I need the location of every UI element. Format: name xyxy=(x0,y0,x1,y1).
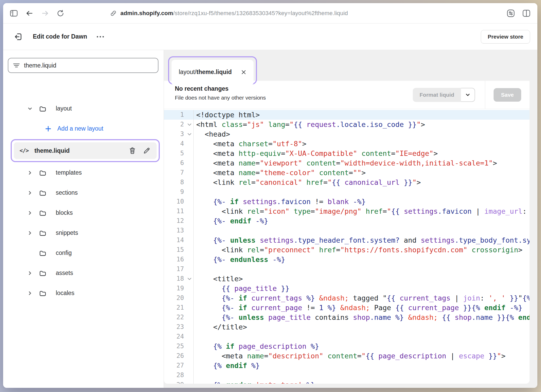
app-header: Edit code for Dawn Preview store xyxy=(3,23,537,50)
chevron-right-icon[interactable] xyxy=(27,170,39,176)
version-subtext: File does not have any other versions xyxy=(175,95,413,101)
rename-file-icon[interactable] xyxy=(143,147,150,154)
file-theme-liquid[interactable]: </> theme.liquid xyxy=(14,142,157,159)
code-line-1[interactable]: 1<!doctype html> xyxy=(164,110,530,120)
chevron-right-icon[interactable] xyxy=(27,290,39,296)
filter-icon xyxy=(13,63,20,68)
chevron-right-icon[interactable] xyxy=(27,230,39,236)
chevron-right-icon[interactable] xyxy=(27,210,39,216)
code-line-22[interactable]: 22 {%- unless page_title contains shop.n… xyxy=(164,313,530,322)
delete-file-icon[interactable] xyxy=(129,147,136,154)
folder-layout[interactable]: layout xyxy=(3,99,164,119)
fold-placeholder xyxy=(186,293,193,303)
code-lines: 1<!doctype html>2<html class="js" lang="… xyxy=(164,110,530,384)
code-line-21[interactable]: 21 {%- if current_page != 1 %} &ndash; P… xyxy=(164,303,530,313)
folder-icon xyxy=(39,189,56,196)
exit-icon[interactable] xyxy=(14,32,23,41)
page-settings-icon[interactable] xyxy=(507,9,515,17)
address-bar[interactable]: admin.shopify.com/store/rzq1xu-f5/themes… xyxy=(110,10,501,17)
code-line-29[interactable]: 29 {% render 'meta-tags' %} xyxy=(164,380,530,384)
folder-sections[interactable]: sections xyxy=(3,183,164,203)
code-line-10[interactable]: 10 {%- if settings.favicon != blank -%} xyxy=(164,197,530,206)
line-number: 1 xyxy=(164,110,186,120)
code-text: {%- endunless -%} xyxy=(194,255,530,264)
code-line-16[interactable]: 16 {%- endunless -%} xyxy=(164,255,530,264)
code-line-5[interactable]: 5 <meta http-equiv="X-UA-Compatible" con… xyxy=(164,149,530,158)
code-text xyxy=(194,332,530,341)
folder-blocks[interactable]: blocks xyxy=(3,203,164,223)
code-line-27[interactable]: 27 {% endif %} xyxy=(164,361,530,370)
code-line-15[interactable]: 15 <link rel="preconnect" href="https://… xyxy=(164,245,530,255)
code-text xyxy=(194,370,530,380)
folder-templates[interactable]: templates xyxy=(3,163,164,183)
chevron-right-icon[interactable] xyxy=(27,190,39,196)
code-line-4[interactable]: 4 <meta charset="utf-8"> xyxy=(164,139,530,149)
line-gutter: 6 xyxy=(164,158,194,168)
more-actions-icon[interactable] xyxy=(96,35,105,38)
code-line-18[interactable]: 18 <title> xyxy=(164,274,530,284)
folder-config[interactable]: config xyxy=(3,243,164,263)
folder-snippets[interactable]: snippets xyxy=(3,223,164,243)
fold-chevron-icon[interactable] xyxy=(186,129,193,139)
chevron-down-icon[interactable] xyxy=(27,106,39,112)
code-line-17[interactable]: 17 xyxy=(164,264,530,274)
selected-file-label: theme.liquid xyxy=(34,147,124,154)
code-file-icon: </> xyxy=(20,148,29,154)
chevron-right-icon[interactable] xyxy=(27,270,39,276)
save-button[interactable]: Save xyxy=(494,88,521,102)
code-text: <meta name="theme-color" content=""> xyxy=(194,168,530,177)
code-text: {% render 'meta-tags' %} xyxy=(194,380,530,384)
folder-icon xyxy=(39,169,56,176)
code-line-13[interactable]: 13 xyxy=(164,226,530,235)
back-icon[interactable] xyxy=(26,10,33,17)
fold-placeholder xyxy=(186,206,193,216)
format-liquid-button[interactable]: Format liquid xyxy=(413,88,461,102)
code-line-9[interactable]: 9 xyxy=(164,187,530,197)
tab-theme-liquid[interactable]: layout/theme.liquid xyxy=(171,60,254,84)
line-gutter: 12 xyxy=(164,216,194,226)
close-tab-icon[interactable] xyxy=(241,70,246,75)
sidebar-toggle-icon[interactable] xyxy=(10,10,18,17)
split-view-icon[interactable] xyxy=(522,9,531,17)
line-number: 3 xyxy=(164,129,186,139)
code-line-2[interactable]: 2<html class="js" lang="{{ request.local… xyxy=(164,120,530,129)
fold-placeholder xyxy=(186,313,193,322)
forward-icon[interactable] xyxy=(41,10,49,17)
folder-assets[interactable]: assets xyxy=(3,263,164,283)
code-line-26[interactable]: 26 <meta name="description" content="{{ … xyxy=(164,351,530,361)
code-line-12[interactable]: 12 {%- endif -%} xyxy=(164,216,530,226)
fold-placeholder xyxy=(186,187,193,197)
code-line-19[interactable]: 19 {{ page_title }} xyxy=(164,284,530,293)
code-line-23[interactable]: 23 </title> xyxy=(164,322,530,332)
code-line-3[interactable]: 3 <head> xyxy=(164,129,530,139)
fold-chevron-icon[interactable] xyxy=(186,274,193,284)
code-line-28[interactable]: 28 xyxy=(164,370,530,380)
code-line-14[interactable]: 14 {%- unless settings.type_header_font.… xyxy=(164,235,530,245)
folder-label: locales xyxy=(56,290,75,297)
line-number: 16 xyxy=(164,255,186,264)
line-gutter: 19 xyxy=(164,284,194,293)
folder-icon xyxy=(39,290,56,297)
code-line-24[interactable]: 24 xyxy=(164,332,530,341)
code-line-6[interactable]: 6 <meta name="viewport" content="width=d… xyxy=(164,158,530,168)
code-line-7[interactable]: 7 <meta name="theme-color" content=""> xyxy=(164,168,530,177)
fold-placeholder xyxy=(186,197,193,206)
code-line-20[interactable]: 20 {%- if current_tags %} &ndash; tagged… xyxy=(164,293,530,303)
folder-locales[interactable]: locales xyxy=(3,283,164,303)
line-gutter: 2 xyxy=(164,120,194,129)
code-line-11[interactable]: 11 <link rel="icon" type="image/png" hre… xyxy=(164,206,530,216)
fold-placeholder xyxy=(186,226,193,235)
link-icon xyxy=(110,10,117,17)
preview-store-button[interactable]: Preview store xyxy=(481,30,530,44)
fold-placeholder xyxy=(186,361,193,370)
code-line-8[interactable]: 8 <link rel="canonical" href="{{ canonic… xyxy=(164,177,530,187)
code-editor[interactable]: 1<!doctype html>2<html class="js" lang="… xyxy=(164,109,530,384)
format-options-icon[interactable] xyxy=(461,88,475,102)
code-line-25[interactable]: 25 {% if page_description %} xyxy=(164,341,530,351)
add-new-layout[interactable]: Add a new layout xyxy=(3,119,164,139)
reload-icon[interactable] xyxy=(57,10,64,17)
fold-chevron-icon[interactable] xyxy=(186,120,193,129)
line-gutter: 21 xyxy=(164,303,194,313)
file-search-input[interactable]: theme.liquid xyxy=(8,58,158,73)
line-gutter: 5 xyxy=(164,149,194,158)
